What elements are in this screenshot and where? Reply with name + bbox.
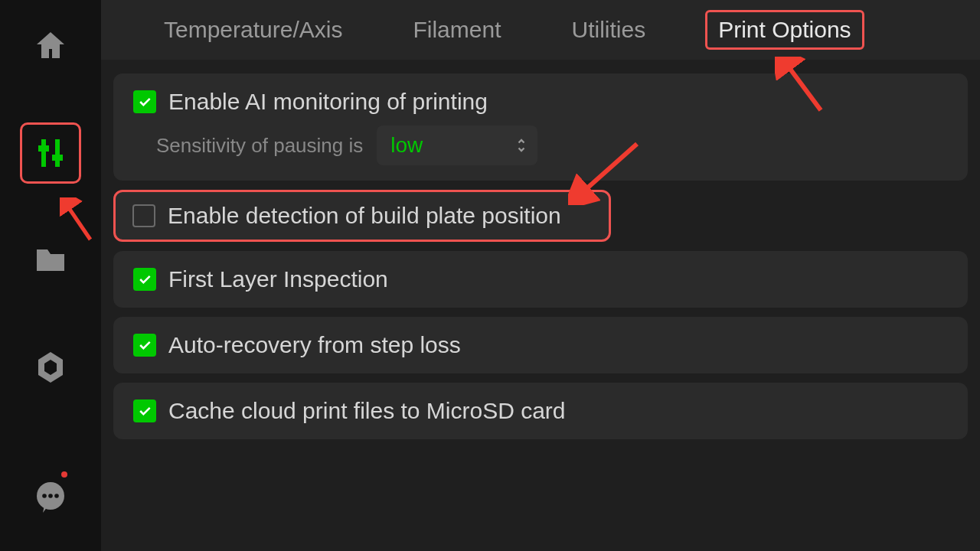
dropdown-sensitivity[interactable]: low xyxy=(377,126,537,165)
sliders-icon xyxy=(32,135,69,171)
nav-system[interactable] xyxy=(20,337,81,398)
label-auto-recovery: Auto-recovery from step loss xyxy=(168,332,461,358)
chevron-updown-icon xyxy=(516,136,527,154)
label-sensitivity: Sensitivity of pausing is xyxy=(156,134,363,158)
notification-dot xyxy=(61,471,67,478)
check-icon xyxy=(137,337,152,353)
checkbox-first-layer[interactable] xyxy=(133,268,156,291)
main-area: Temperature/Axis Filament Utilities Prin… xyxy=(101,0,980,551)
tab-print-options[interactable]: Print Options xyxy=(705,10,864,50)
tab-utilities[interactable]: Utilities xyxy=(560,12,656,47)
label-cache-cloud: Cache cloud print files to MicroSD card xyxy=(168,398,566,424)
tab-temperature-axis[interactable]: Temperature/Axis xyxy=(153,12,353,47)
check-icon xyxy=(137,94,152,109)
option-build-plate: Enable detection of build plate position xyxy=(113,190,611,242)
option-first-layer: First Layer Inspection xyxy=(113,251,968,308)
label-ai-monitoring: Enable AI monitoring of printing xyxy=(168,89,488,115)
checkbox-ai-monitoring[interactable] xyxy=(133,90,156,113)
check-icon xyxy=(137,272,152,287)
option-auto-recovery: Auto-recovery from step loss xyxy=(113,317,968,373)
svg-point-6 xyxy=(48,494,53,498)
svg-rect-0 xyxy=(41,139,46,167)
label-first-layer: First Layer Inspection xyxy=(168,266,388,292)
nav-files[interactable] xyxy=(20,230,81,291)
folder-icon xyxy=(32,242,69,279)
svg-rect-1 xyxy=(55,139,60,167)
tab-bar: Temperature/Axis Filament Utilities Prin… xyxy=(101,0,980,60)
sidebar xyxy=(0,0,101,551)
svg-point-5 xyxy=(42,494,47,498)
nav-chat[interactable] xyxy=(20,467,81,528)
svg-point-7 xyxy=(54,494,59,498)
hexagon-icon xyxy=(32,349,69,386)
checkbox-cache-cloud[interactable] xyxy=(133,399,156,422)
tab-filament[interactable]: Filament xyxy=(402,12,511,47)
checkbox-build-plate[interactable] xyxy=(132,204,155,227)
chat-icon xyxy=(32,479,69,516)
label-build-plate: Enable detection of build plate position xyxy=(168,203,561,229)
option-ai-monitoring: Enable AI monitoring of printing Sensiti… xyxy=(113,73,968,181)
dropdown-sensitivity-value: low xyxy=(390,133,423,157)
content: Enable AI monitoring of printing Sensiti… xyxy=(101,60,980,439)
check-icon xyxy=(137,403,152,419)
checkbox-auto-recovery[interactable] xyxy=(133,334,156,357)
option-cache-cloud: Cache cloud print files to MicroSD card xyxy=(113,383,968,439)
nav-home[interactable] xyxy=(20,15,81,77)
home-icon xyxy=(32,28,69,64)
svg-rect-2 xyxy=(38,145,49,152)
nav-settings[interactable] xyxy=(20,122,81,184)
svg-rect-3 xyxy=(52,155,63,161)
